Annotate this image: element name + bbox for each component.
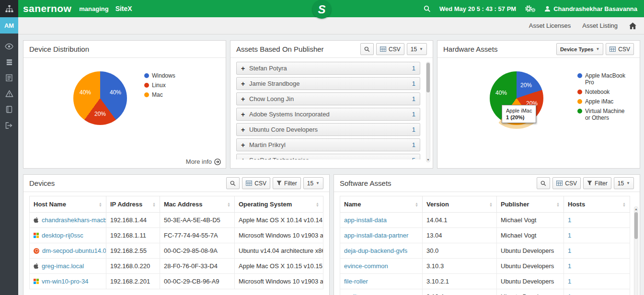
host-link[interactable]: greg-imac.local bbox=[42, 262, 84, 270]
expand-plus-icon[interactable]: + bbox=[241, 126, 249, 134]
module-badge-am[interactable]: AM bbox=[0, 17, 18, 34]
hosts-count-link[interactable]: 1 bbox=[568, 293, 571, 295]
hosts-count-link[interactable]: 1 bbox=[568, 262, 571, 270]
expand-plus-icon[interactable]: + bbox=[241, 157, 249, 160]
hosts-count-link[interactable]: 1 bbox=[568, 216, 571, 224]
assets-stack-icon[interactable] bbox=[0, 54, 18, 70]
scroll-down-arrow[interactable]: ▼ bbox=[426, 158, 430, 162]
csv-export-button[interactable]: CSV bbox=[552, 177, 581, 189]
legend-item-macbook-pro[interactable]: Apple MacBook Pro bbox=[577, 72, 631, 86]
scrollbar-thumb[interactable] bbox=[426, 63, 430, 92]
column-header-version[interactable]: Version▲▼ bbox=[423, 196, 497, 213]
legend-item-linux[interactable]: Linux bbox=[144, 82, 175, 89]
sitemap-menu-icon[interactable] bbox=[0, 0, 18, 17]
site-name[interactable]: SiteX bbox=[115, 5, 132, 12]
column-header-operating-system[interactable]: Operating System▲▼ bbox=[235, 196, 323, 213]
legend-item-virtual-machine[interactable]: Virtual Machine or Others bbox=[577, 108, 631, 121]
asset-count[interactable]: 1 bbox=[412, 65, 415, 72]
hosts-count-link[interactable]: 1 bbox=[568, 247, 571, 254]
publisher-row[interactable]: +Martin Prikryl1 bbox=[236, 138, 420, 151]
legend-item-windows[interactable]: Windows bbox=[144, 72, 175, 79]
page-size-select[interactable]: 15▼ bbox=[614, 177, 634, 189]
legend-item-apple-imac[interactable]: Apple iMac bbox=[577, 98, 631, 105]
csv-export-button[interactable]: CSV bbox=[376, 43, 404, 55]
expand-plus-icon[interactable]: + bbox=[241, 80, 249, 88]
asset-count[interactable]: 1 bbox=[412, 80, 415, 87]
asset-count[interactable]: 1 bbox=[412, 141, 415, 148]
column-header-name[interactable]: Name▲▼ bbox=[340, 196, 423, 213]
page-size-select[interactable]: 15▼ bbox=[303, 177, 323, 189]
asset-count[interactable]: 1 bbox=[412, 95, 415, 102]
column-header-host-name[interactable]: Host Name▲▼ bbox=[30, 196, 106, 213]
software-link[interactable]: app-install-data bbox=[344, 216, 387, 224]
pie-slice-label: 40% bbox=[110, 89, 121, 96]
report-list-icon[interactable] bbox=[0, 70, 18, 86]
csv-export-button[interactable]: CSV bbox=[606, 43, 634, 55]
host-link[interactable]: vm-win10-pro-34 bbox=[42, 278, 89, 285]
search-button[interactable] bbox=[226, 177, 240, 189]
home-icon[interactable] bbox=[629, 23, 636, 29]
scrollbar-thumb[interactable] bbox=[634, 212, 638, 239]
brand-logo[interactable]: sanernow bbox=[23, 3, 71, 14]
legend-item-notebook[interactable]: Notebook bbox=[577, 89, 631, 95]
host-link[interactable]: desktop-rij0ssc bbox=[42, 232, 83, 239]
page-size-select[interactable]: 15▼ bbox=[407, 43, 427, 55]
software-table: Name▲▼ Version▲▼ Publisher▲▼ Hosts▲▼ app… bbox=[340, 196, 630, 295]
host-link[interactable]: chandrashekhars-macb... bbox=[42, 216, 106, 224]
asset-count[interactable]: 1 bbox=[412, 126, 415, 133]
publisher-row[interactable]: +Stefan Potyra1 bbox=[236, 62, 420, 75]
software-link[interactable]: file-roller bbox=[344, 278, 368, 285]
publisher-row[interactable]: +SecPod Technologies5 bbox=[236, 154, 420, 159]
chevron-down-icon: ▼ bbox=[419, 47, 423, 51]
publisher-row[interactable]: +Jamie Strandboge1 bbox=[236, 77, 420, 90]
publisher-row[interactable]: +Adobe Systems Incorporated1 bbox=[236, 108, 420, 121]
scrollbar[interactable]: ▼ bbox=[426, 62, 430, 162]
legend-item-mac[interactable]: Mac bbox=[144, 91, 175, 98]
search-button[interactable] bbox=[360, 43, 374, 55]
column-header-hosts[interactable]: Hosts▲▼ bbox=[564, 196, 630, 213]
hosts-count-link[interactable]: 1 bbox=[568, 278, 571, 285]
table-row: file-roller 3.10.2.1 Ubuntu Developers 1 bbox=[340, 274, 630, 289]
hosts-count-link[interactable]: 1 bbox=[568, 232, 571, 239]
software-link[interactable]: evince-common bbox=[344, 262, 388, 270]
column-header-publisher[interactable]: Publisher▲▼ bbox=[497, 196, 564, 213]
alerts-warning-icon[interactable] bbox=[0, 86, 18, 102]
settings-gears-icon[interactable] bbox=[525, 5, 536, 12]
table-row: vm-win10-pro-34 192.168.2.201 00-0C-29-C… bbox=[30, 274, 323, 289]
filter-button[interactable]: Filter bbox=[273, 177, 301, 189]
column-header-mac-address[interactable]: Mac Address▲▼ bbox=[160, 196, 235, 213]
asset-count[interactable]: 1 bbox=[412, 111, 415, 118]
csv-export-button[interactable]: CSV bbox=[242, 177, 270, 189]
user-menu[interactable]: Chandrashekhar Basavanna bbox=[544, 5, 637, 12]
device-distribution-pie-chart[interactable]: 40% 20% 40% bbox=[73, 71, 127, 125]
logout-icon[interactable] bbox=[0, 117, 18, 133]
visibility-eye-icon[interactable] bbox=[0, 38, 18, 54]
software-link[interactable]: gedit-common bbox=[344, 293, 383, 295]
publisher-row[interactable]: +Chow Loong Jin1 bbox=[236, 92, 420, 105]
software-link[interactable]: app-install-data-partner bbox=[344, 232, 408, 239]
nav-link-asset-licenses[interactable]: Asset Licenses bbox=[529, 22, 571, 29]
host-link[interactable]: dm-secpod-ubuntu14.04 bbox=[42, 247, 106, 254]
device-types-select[interactable]: Device Types▼ bbox=[556, 43, 603, 55]
asset-count[interactable]: 5 bbox=[412, 157, 415, 159]
panel-title: Hardware Assets bbox=[443, 45, 497, 53]
search-button[interactable] bbox=[537, 177, 550, 189]
search-icon bbox=[230, 181, 236, 186]
expand-plus-icon[interactable]: + bbox=[241, 141, 249, 149]
expand-plus-icon[interactable]: + bbox=[241, 95, 249, 103]
expand-plus-icon[interactable]: + bbox=[241, 111, 249, 118]
filter-button[interactable]: Filter bbox=[583, 177, 611, 189]
nav-link-asset-listing[interactable]: Asset Listing bbox=[582, 22, 618, 29]
legend-dot bbox=[144, 92, 149, 97]
search-icon[interactable] bbox=[424, 5, 431, 12]
scroll-up-arrow[interactable]: ▲ bbox=[634, 207, 638, 211]
journal-book-icon[interactable] bbox=[0, 102, 18, 117]
expand-plus-icon[interactable]: + bbox=[241, 65, 249, 72]
panel-title: Devices bbox=[29, 179, 55, 187]
software-link[interactable]: deja-dup-backend-gvfs bbox=[344, 247, 407, 254]
more-info-link[interactable]: More info bbox=[186, 158, 221, 165]
csv-table-icon bbox=[246, 181, 252, 186]
column-header-ip-address[interactable]: IP Address▲▼ bbox=[106, 196, 160, 213]
scrollbar[interactable]: ▲ bbox=[634, 206, 638, 295]
publisher-row[interactable]: +Ubuntu Core Developers1 bbox=[236, 123, 420, 136]
